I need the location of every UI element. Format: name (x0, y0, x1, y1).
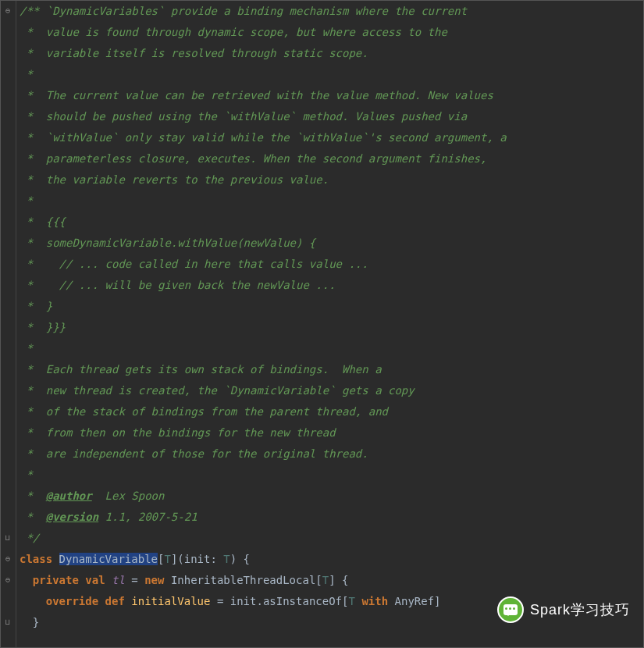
code-line[interactable]: override def initialValue = init.asInsta… (20, 591, 640, 612)
gutter: ⊖⊔⊖⊖⊔ (1, 1, 16, 647)
token-ident: InheritableThreadLocal (171, 574, 315, 586)
token-comment: * are independent of those for the origi… (20, 447, 368, 460)
token-comment: * of the stack of bindings from the pare… (20, 405, 388, 418)
token-comment: * the variable reverts to the previous v… (20, 173, 329, 186)
code-line[interactable]: * someDynamicVariable.withValue(newValue… (20, 233, 640, 254)
code-line[interactable]: * @version 1.1, 2007-5-21 (20, 507, 640, 528)
fold-marker[interactable]: ⊖ (4, 7, 12, 15)
code-line[interactable]: * Each thread gets its own stack of bind… (20, 359, 640, 380)
token-paren: ) { (230, 553, 250, 565)
token-keyword: override def (46, 595, 132, 607)
code-line[interactable]: * parameterless closure, executes. When … (20, 148, 640, 169)
token-plain (20, 574, 33, 586)
token-comment: Lex Spoon (92, 490, 165, 502)
token-tparam: T (223, 553, 229, 565)
code-line[interactable]: * should be pushed using the `withValue`… (20, 106, 640, 127)
code-line[interactable]: * }}} (20, 317, 640, 338)
token-selected: DynamicVariable (59, 553, 158, 565)
token-comment: * parameterless closure, executes. When … (20, 152, 486, 165)
token-keyword: private val (33, 574, 112, 586)
token-plain: = (210, 595, 229, 607)
token-keyword: class (20, 553, 59, 565)
fold-marker[interactable]: ⊖ (4, 576, 12, 584)
code-area[interactable]: /** `DynamicVariables` provide a binding… (16, 1, 643, 647)
token-comment: * {{{ (20, 215, 66, 228)
token-tparam: T (322, 574, 329, 586)
token-paren: ] { (329, 574, 348, 586)
code-line[interactable]: class DynamicVariable[T](init: T) { (20, 549, 640, 570)
code-line[interactable]: * are independent of those for the origi… (20, 443, 640, 465)
code-line[interactable]: * of the stack of bindings from the pare… (20, 401, 640, 422)
code-line[interactable]: * (20, 64, 640, 85)
token-plain: = (125, 574, 144, 586)
token-paren: [ (315, 574, 322, 586)
code-line[interactable]: * from then on the bindings for the new … (20, 422, 640, 443)
token-comment: /** `DynamicVariables` provide a binding… (20, 5, 467, 17)
code-line[interactable]: * (20, 190, 640, 212)
token-ident: init (184, 553, 211, 565)
token-field: tl (112, 574, 125, 586)
token-comment: * someDynamicVariable.withValue(newValue… (20, 237, 315, 249)
token-paren: [ (342, 595, 348, 607)
token-doc-tag: @version (46, 511, 98, 523)
code-line[interactable]: * {{{ (20, 212, 640, 233)
token-comment: * from then on the bindings for the new … (20, 426, 336, 439)
fold-marker[interactable]: ⊖ (4, 555, 12, 563)
token-comment: * // ... code called in here that calls … (20, 258, 368, 270)
token-tparam: T (349, 595, 355, 607)
token-comment: * (20, 68, 33, 80)
token-comment: * (20, 194, 33, 207)
token-comment: * (20, 468, 33, 481)
token-comment: * } (20, 300, 52, 312)
token-comment: * (20, 511, 46, 523)
code-line[interactable]: * @author Lex Spoon (20, 486, 640, 507)
code-line[interactable]: * `withValue` only stay valid while the … (20, 127, 640, 148)
token-comment: * new thread is created, the `DynamicVar… (20, 384, 415, 397)
token-plain: : (210, 553, 223, 565)
token-doc-tag: @author (46, 490, 92, 502)
code-line[interactable]: * } (20, 296, 640, 317)
code-line[interactable]: * value is found through dynamic scope, … (20, 22, 640, 43)
code-line[interactable]: * // ... code called in here that calls … (20, 254, 640, 275)
code-line[interactable]: * The current value can be retrieved wit… (20, 85, 640, 106)
token-comment: */ (20, 532, 39, 544)
token-paren: ] (434, 595, 440, 607)
token-plain: } (20, 616, 39, 628)
token-comment: * }}} (20, 321, 66, 333)
code-line[interactable]: /** `DynamicVariables` provide a binding… (20, 1, 640, 22)
token-comment: * should be pushed using the `withValue`… (20, 110, 467, 123)
code-line[interactable]: * (20, 465, 640, 486)
fold-marker[interactable]: ⊔ (4, 618, 12, 626)
token-plain (20, 595, 46, 607)
code-line[interactable]: * // ... will be given back the newValue… (20, 275, 640, 296)
code-line[interactable]: */ (20, 528, 640, 549)
token-plain (388, 595, 394, 607)
code-line[interactable]: * (20, 338, 640, 359)
token-comment: * (20, 342, 33, 354)
token-comment: * // ... will be given back the newValue… (20, 279, 336, 291)
token-paren: ]( (171, 553, 184, 565)
token-ident: AnyRef (395, 595, 435, 607)
token-method: initialValue (131, 595, 210, 607)
token-comment: * (20, 490, 46, 502)
code-line[interactable]: * variable itself is resolved through st… (20, 43, 640, 64)
token-plain: . (256, 595, 262, 607)
fold-marker[interactable]: ⊔ (4, 534, 12, 542)
code-editor: ⊖⊔⊖⊖⊔ /** `DynamicVariables` provide a b… (0, 0, 644, 648)
token-comment: * The current value can be retrieved wit… (20, 89, 493, 101)
token-keyword: with (361, 595, 388, 607)
token-ident: asInstanceOf (263, 595, 342, 607)
token-comment: 1.1, 2007-5-21 (98, 511, 197, 523)
token-comment: * value is found through dynamic scope, … (20, 26, 447, 38)
code-line[interactable]: private val tl = new InheritableThreadLo… (20, 570, 640, 591)
token-comment: * Each thread gets its own stack of bind… (20, 363, 382, 376)
code-line[interactable]: * the variable reverts to the previous v… (20, 169, 640, 190)
token-comment: * variable itself is resolved through st… (20, 47, 368, 59)
code-line[interactable]: * new thread is created, the `DynamicVar… (20, 380, 640, 401)
token-ident: init (230, 595, 257, 607)
token-comment: * `withValue` only stay valid while the … (20, 131, 507, 144)
token-keyword: new (144, 574, 171, 586)
code-line[interactable]: } (20, 612, 640, 633)
token-tparam: T (164, 553, 170, 565)
